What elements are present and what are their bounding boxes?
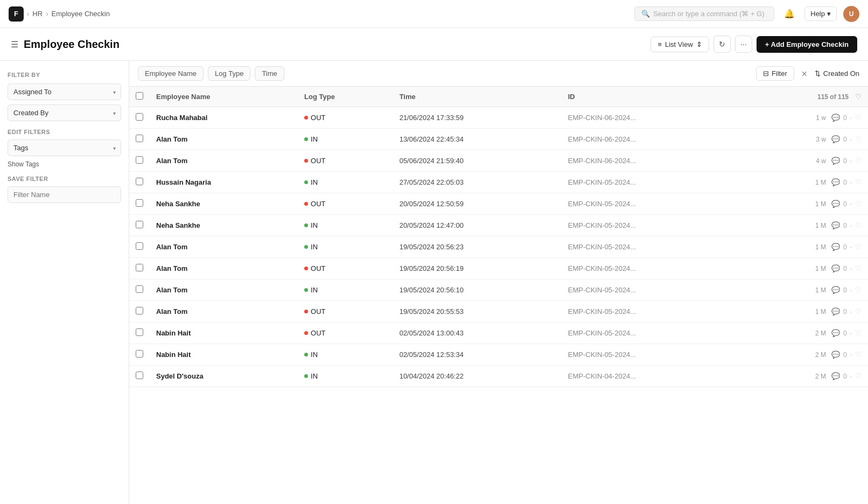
row-time: 20/05/2024 12:50:59 (393, 193, 562, 215)
table-row[interactable]: Alan Tom IN 19/05/2024 20:56:23 EMP-CKIN… (129, 236, 868, 258)
table-row[interactable]: Neha Sankhe OUT 20/05/2024 12:50:59 EMP-… (129, 193, 868, 215)
row-log-type: OUT (298, 107, 393, 129)
breadcrumb-employee-checkin[interactable]: Employee Checkin (51, 10, 109, 18)
filter-bar: Employee Name Log Type Time ⊟ Filter ✕ ⇅… (129, 61, 868, 87)
row-meta: 2 M 💬 0 · ♡ (738, 323, 868, 344)
app-logo[interactable]: F (9, 6, 24, 22)
row-checkbox[interactable] (136, 285, 143, 293)
assigned-to-filter[interactable]: Assigned To (8, 83, 121, 100)
row-meta-time: 3 w (816, 136, 826, 143)
table-row[interactable]: Neha Sankhe IN 20/05/2024 12:47:00 EMP-C… (129, 215, 868, 236)
row-heart-icon[interactable]: ♡ (855, 351, 862, 359)
sort-icon: ⇅ (815, 69, 821, 78)
row-heart-icon[interactable]: ♡ (855, 307, 862, 316)
header-time: Time (393, 87, 562, 107)
row-checkbox[interactable] (136, 328, 143, 336)
row-heart-icon[interactable]: ♡ (855, 221, 862, 229)
row-log-type: IN (298, 279, 393, 301)
table-body: Rucha Mahabal OUT 21/06/2024 17:33:59 EM… (129, 107, 868, 387)
list-view-button[interactable]: ≡ List View ⇕ (650, 37, 709, 52)
topbar-right: 🔍 Search or type a command (⌘ + G) 🔔 Hel… (634, 5, 859, 23)
row-log-type: IN (298, 344, 393, 366)
menu-icon[interactable]: ☰ (11, 39, 18, 50)
row-checkbox[interactable] (136, 178, 143, 185)
row-checkbox[interactable] (136, 199, 143, 207)
row-meta-time: 2 M (815, 373, 826, 380)
row-time: 19/05/2024 20:55:53 (393, 301, 562, 323)
comment-count: 0 (843, 243, 847, 251)
table-row[interactable]: Alan Tom OUT 19/05/2024 20:56:19 EMP-CKI… (129, 258, 868, 279)
row-time: 20/05/2024 12:47:00 (393, 215, 562, 236)
log-type-label: IN (311, 243, 318, 251)
filter-tag-id[interactable]: Employee Name (138, 66, 204, 81)
more-options-button[interactable]: ··· (735, 36, 752, 53)
in-dot (304, 245, 308, 249)
row-heart-icon[interactable]: ♡ (855, 200, 862, 208)
row-checkbox[interactable] (136, 264, 143, 271)
row-checkbox-cell (129, 344, 150, 366)
select-all-checkbox[interactable] (136, 92, 143, 100)
filter-name-input[interactable] (8, 186, 121, 203)
table-row[interactable]: Nabin Hait OUT 02/05/2024 13:00:43 EMP-C… (129, 323, 868, 344)
comment-count: 0 (843, 136, 847, 143)
filter-clear-button[interactable]: ✕ (797, 67, 811, 81)
row-log-type: IN (298, 366, 393, 387)
filter-tag-employee[interactable]: Log Type (208, 66, 250, 81)
table-row[interactable]: Nabin Hait IN 02/05/2024 12:53:34 EMP-CK… (129, 344, 868, 366)
row-employee-name: Hussain Nagaria (150, 172, 298, 193)
row-checkbox[interactable] (136, 307, 143, 314)
row-heart-icon[interactable]: ♡ (855, 286, 862, 294)
row-checkbox[interactable] (136, 242, 143, 250)
breadcrumb-hr[interactable]: HR (32, 10, 43, 18)
sort-button[interactable]: ⇅ Created On (815, 69, 859, 78)
comment-count: 0 (843, 265, 847, 272)
notifications-button[interactable]: 🔔 (781, 5, 798, 23)
row-id: EMP-CKIN-05-2024... (562, 236, 739, 258)
table-row[interactable]: Alan Tom OUT 19/05/2024 20:55:53 EMP-CKI… (129, 301, 868, 323)
help-button[interactable]: Help ▾ (804, 6, 837, 21)
table-row[interactable]: Alan Tom IN 19/05/2024 20:56:10 EMP-CKIN… (129, 279, 868, 301)
row-heart-icon[interactable]: ♡ (855, 329, 862, 337)
refresh-button[interactable]: ↻ (713, 36, 731, 53)
row-heart-icon[interactable]: ♡ (855, 178, 862, 186)
out-dot (304, 202, 308, 206)
heart-icon[interactable]: ♡ (855, 93, 862, 101)
row-checkbox[interactable] (136, 221, 143, 228)
created-by-filter[interactable]: Created By (8, 104, 121, 121)
row-heart-icon[interactable]: ♡ (855, 372, 862, 380)
table-row[interactable]: Alan Tom OUT 05/06/2024 21:59:40 EMP-CKI… (129, 150, 868, 172)
tags-filter[interactable]: Tags (8, 139, 121, 156)
row-time: 05/06/2024 21:59:40 (393, 150, 562, 172)
show-tags-link[interactable]: Show Tags (8, 160, 121, 168)
add-employee-checkin-button[interactable]: + Add Employee Checkin (757, 36, 857, 53)
row-meta-time: 1 M (815, 179, 826, 186)
comment-icon: 💬 (831, 307, 840, 316)
row-heart-icon[interactable]: ♡ (855, 135, 862, 143)
row-checkbox[interactable] (136, 113, 143, 121)
table-row[interactable]: Hussain Nagaria IN 27/05/2024 22:05:03 E… (129, 172, 868, 193)
row-heart-icon[interactable]: ♡ (855, 157, 862, 165)
table-row[interactable]: Alan Tom IN 13/06/2024 22:45:34 EMP-CKIN… (129, 129, 868, 150)
row-heart-icon[interactable]: ♡ (855, 243, 862, 251)
row-heart-icon[interactable]: ♡ (855, 114, 862, 122)
row-checkbox[interactable] (136, 135, 143, 142)
log-type-label: IN (311, 135, 318, 143)
row-employee-name: Rucha Mahabal (150, 107, 298, 129)
row-checkbox[interactable] (136, 372, 143, 379)
row-checkbox[interactable] (136, 350, 143, 358)
row-heart-icon[interactable]: ♡ (855, 264, 862, 272)
row-meta-time: 1 M (815, 222, 826, 229)
table-header-row: Employee Name Log Type Time ID 115 of 11… (129, 87, 868, 107)
table-row[interactable]: Sydel D'souza IN 10/04/2024 20:46:22 EMP… (129, 366, 868, 387)
table-row[interactable]: Rucha Mahabal OUT 21/06/2024 17:33:59 EM… (129, 107, 868, 129)
row-count: 115 of 115 (817, 93, 849, 101)
filter-tag-employee-name[interactable]: Time (255, 66, 284, 81)
search-box[interactable]: 🔍 Search or type a command (⌘ + G) (634, 6, 774, 21)
filter-button[interactable]: ⊟ Filter (756, 66, 794, 81)
row-time: 19/05/2024 20:56:19 (393, 258, 562, 279)
row-checkbox[interactable] (136, 156, 143, 164)
out-dot (304, 310, 308, 313)
row-employee-name: Alan Tom (150, 236, 298, 258)
row-log-type: OUT (298, 323, 393, 344)
avatar[interactable]: U (843, 6, 859, 22)
